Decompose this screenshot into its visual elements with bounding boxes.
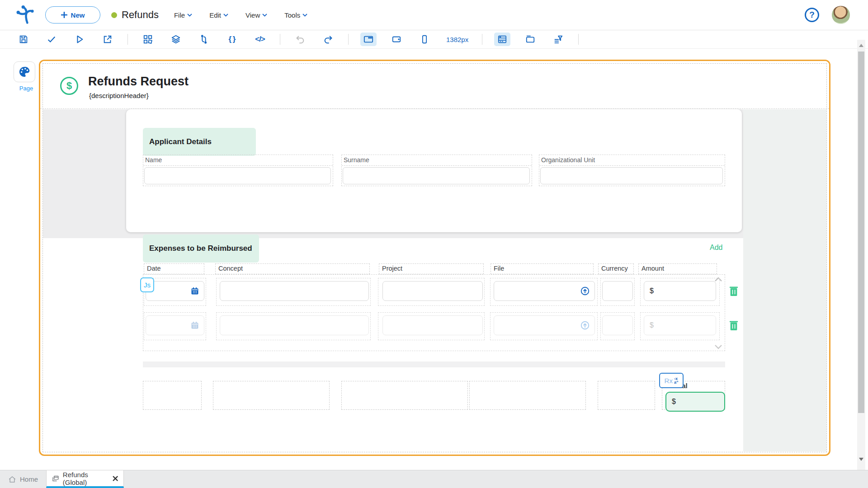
- toolbar-separator: [280, 34, 280, 45]
- amount-input[interactable]: $: [644, 315, 716, 335]
- total-input[interactable]: $: [665, 392, 725, 412]
- currency-input[interactable]: [602, 281, 633, 301]
- user-avatar[interactable]: [832, 6, 850, 24]
- surname-input[interactable]: [343, 167, 530, 184]
- js-script-badge[interactable]: Js: [140, 277, 154, 292]
- scroll-up-arrow-icon[interactable]: [859, 44, 863, 47]
- redo-icon[interactable]: [320, 33, 336, 46]
- date-input[interactable]: [146, 315, 204, 335]
- menu-edit-label: Edit: [209, 11, 221, 19]
- date-input[interactable]: [146, 281, 204, 301]
- concept-input[interactable]: [220, 315, 369, 335]
- desktop-view-icon[interactable]: [360, 33, 377, 46]
- layers-icon[interactable]: [168, 33, 184, 46]
- amount-currency-prefix: $: [644, 321, 654, 329]
- amount-currency-prefix: $: [644, 287, 654, 295]
- org-unit-input[interactable]: [540, 167, 723, 184]
- js-badge-label: Js: [144, 281, 151, 289]
- name-field-cell[interactable]: Name: [143, 155, 333, 186]
- new-button[interactable]: New: [45, 6, 100, 23]
- plus-icon: [61, 12, 67, 18]
- validate-check-icon[interactable]: [43, 33, 60, 46]
- browser-window-icon[interactable]: [522, 33, 538, 46]
- file-input[interactable]: [494, 281, 595, 301]
- menu-edit[interactable]: Edit: [209, 11, 228, 19]
- widgets-grid-icon[interactable]: [140, 33, 156, 46]
- tablet-view-icon[interactable]: [388, 33, 405, 46]
- menu-view[interactable]: View: [245, 11, 267, 19]
- rx-formula-glyph: -x a”: [674, 377, 679, 384]
- scroll-down-arrow-icon[interactable]: [859, 458, 863, 461]
- undo-icon[interactable]: [292, 33, 308, 46]
- footer-cell[interactable]: [469, 381, 586, 410]
- calendar-icon[interactable]: [190, 321, 199, 330]
- run-play-icon[interactable]: [71, 33, 88, 46]
- surname-field-cell[interactable]: Surname: [341, 155, 532, 186]
- name-input[interactable]: [144, 167, 331, 184]
- tab-refunds-global-label: Refunds (Global): [63, 471, 108, 486]
- column-header-project[interactable]: Project: [379, 263, 484, 274]
- phone-view-icon[interactable]: [416, 33, 433, 46]
- page-gray-right-margin: [743, 109, 826, 451]
- help-icon[interactable]: ?: [805, 8, 819, 22]
- export-icon[interactable]: [99, 33, 116, 46]
- page-palette-label: Page: [14, 85, 39, 92]
- filter-funnel-icon[interactable]: [550, 33, 566, 46]
- rx-formula-badge[interactable]: Rx -x a”: [659, 373, 684, 388]
- column-header-date[interactable]: Date: [144, 263, 204, 274]
- flow-connections-icon[interactable]: [196, 33, 212, 46]
- menu-file[interactable]: File: [174, 11, 192, 19]
- footer-cell[interactable]: [213, 381, 330, 410]
- tab-refunds-global[interactable]: Refunds (Global): [46, 470, 124, 488]
- braces-icon[interactable]: { }: [224, 33, 240, 46]
- chevron-down-icon[interactable]: [714, 344, 722, 350]
- concept-input[interactable]: [220, 281, 369, 301]
- panel-rows-icon[interactable]: [494, 33, 510, 46]
- currency-input[interactable]: [602, 315, 633, 335]
- workspace: Page $ Refunds Request {descriptionHeade…: [0, 49, 868, 470]
- app-title: Refunds: [122, 9, 159, 21]
- save-icon[interactable]: [15, 33, 32, 46]
- page-palette-button[interactable]: [14, 61, 35, 82]
- close-tab-icon[interactable]: [113, 475, 118, 482]
- delete-row-icon[interactable]: [729, 320, 739, 331]
- column-header-currency[interactable]: Currency: [598, 263, 634, 274]
- status-dot-icon: [111, 12, 117, 18]
- source-code-icon[interactable]: </>: [252, 33, 268, 46]
- form-title[interactable]: Refunds Request: [88, 75, 189, 89]
- applicant-section-header[interactable]: Applicant Details: [143, 128, 256, 156]
- tab-home[interactable]: Home: [0, 470, 46, 488]
- file-input[interactable]: [494, 315, 595, 335]
- applicant-section-title: Applicant Details: [143, 137, 212, 146]
- page-palette-tool: Page: [14, 61, 39, 92]
- vertical-scrollbar[interactable]: [857, 40, 865, 470]
- upload-icon[interactable]: [580, 286, 590, 296]
- form-header[interactable]: $ Refunds Request {descriptionHeader}: [40, 61, 829, 109]
- upload-icon[interactable]: [580, 320, 590, 330]
- project-input[interactable]: [382, 281, 483, 301]
- applicant-card[interactable]: Applicant Details Name Surname Organizat…: [126, 109, 742, 232]
- column-header-file[interactable]: File: [491, 263, 594, 274]
- expenses-section[interactable]: Expenses to be Reimbursed Add Date Conce…: [143, 235, 744, 424]
- menu-tools[interactable]: Tools: [284, 11, 307, 19]
- calendar-icon[interactable]: [190, 286, 199, 296]
- expenses-section-header[interactable]: Expenses to be Reimbursed: [143, 235, 259, 263]
- footer-cell[interactable]: [341, 381, 468, 410]
- footer-cell[interactable]: [598, 381, 655, 410]
- add-row-link[interactable]: Add: [710, 244, 722, 252]
- menu-view-label: View: [245, 11, 260, 19]
- column-header-amount[interactable]: Amount: [638, 263, 717, 274]
- form-subtitle[interactable]: {descriptionHeader}: [89, 92, 149, 99]
- column-header-concept[interactable]: Concept: [215, 263, 370, 274]
- project-input[interactable]: [382, 315, 483, 335]
- scrollbar-thumb[interactable]: [858, 52, 864, 413]
- design-canvas[interactable]: $ Refunds Request {descriptionHeader} Ap…: [39, 60, 830, 456]
- org-unit-field-cell[interactable]: Organizational Unit: [539, 155, 725, 186]
- footer-cell[interactable]: [143, 381, 202, 410]
- app-logo-icon[interactable]: [13, 3, 36, 27]
- amount-input[interactable]: $: [644, 281, 716, 301]
- menu-file-label: File: [174, 11, 185, 19]
- delete-row-icon[interactable]: [729, 286, 739, 296]
- surname-label: Surname: [342, 155, 532, 166]
- top-bar: New Refunds File Edit View Tools ?: [0, 0, 868, 30]
